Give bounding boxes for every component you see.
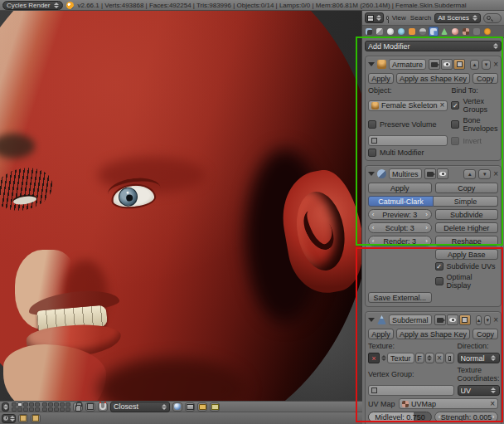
apply-as-shape-key-button[interactable]: Apply as Shape Key [396,329,470,339]
edit-mode-toggle[interactable] [453,59,465,70]
mode-selector-partial[interactable] [2,402,9,412]
armature-object-field[interactable]: Female Skeleton [368,100,448,111]
layer-cell[interactable] [42,402,47,407]
layer-cell[interactable] [35,407,40,412]
collapse-arrow-icon[interactable] [368,172,375,176]
uv-map-field[interactable]: UVMap [399,398,498,409]
increment-icon[interactable] [424,236,430,246]
texture-coordinates-dropdown[interactable]: UV [458,385,500,396]
opengl-anim-button[interactable] [210,402,220,412]
move-modifier-up-button[interactable] [470,60,479,70]
editor-type-selector[interactable] [365,12,384,23]
strength-slider[interactable]: Strength: 0.005 [434,412,498,422]
move-modifier-down-button[interactable] [478,169,491,179]
clear-uv-map-icon[interactable] [490,400,495,408]
unlink-texture-button[interactable] [435,353,444,363]
delete-modifier-button[interactable] [493,316,498,324]
tab-particles[interactable] [472,27,482,37]
copy-button[interactable] [18,414,28,423]
layer-cell[interactable] [23,407,28,412]
apply-button[interactable]: Apply [368,329,394,339]
midlevel-slider[interactable]: Midlevel: 0.750 [368,412,432,422]
vertex-group-field[interactable] [368,385,454,396]
decrement-icon[interactable] [436,412,443,422]
preserve-volume-checkbox[interactable]: Preserve Volume [368,120,448,129]
sculpt-slider[interactable]: Sculpt: 3 [368,222,432,233]
tab-world[interactable] [396,27,406,37]
vertex-groups-checkbox[interactable]: Vertex Groups [451,97,498,114]
viewport-visibility-toggle[interactable] [441,59,453,70]
save-external-button[interactable]: Save External... [368,292,432,303]
layer-cell[interactable] [65,402,70,407]
collapse-arrow-icon[interactable] [368,318,375,322]
layer-cell[interactable] [17,407,22,412]
decrement-icon[interactable] [370,236,376,246]
tab-object[interactable] [407,27,417,37]
render-visibility-toggle[interactable] [429,59,440,70]
preview-slider[interactable]: Preview: 3 [368,209,432,220]
decrement-icon[interactable] [370,210,376,219]
layer-cell[interactable] [17,402,22,407]
tab-render[interactable] [364,27,374,37]
viewport-visibility-toggle[interactable] [447,314,458,325]
move-modifier-up-button[interactable] [463,169,476,179]
layer-cell[interactable] [54,402,59,407]
render-preview-button[interactable] [172,402,182,412]
modifier-name-field[interactable]: Subdermal [389,314,432,325]
apply-as-shape-key-button[interactable]: Apply as Shape Key [396,73,470,84]
tab-texture[interactable] [461,27,471,37]
subdivide-uvs-checkbox[interactable]: Subdivide UVs [435,262,499,270]
layer-cell[interactable] [54,407,59,412]
delete-modifier-button[interactable] [493,61,498,69]
move-modifier-down-button[interactable] [482,60,491,70]
increment-icon[interactable] [490,412,497,422]
collapse-arrow-icon[interactable] [368,62,375,66]
fake-user-button[interactable]: F [415,353,424,363]
invert-checkbox[interactable]: Invert [451,137,498,145]
pin-icon[interactable] [386,16,389,20]
layer-cell[interactable] [65,407,70,412]
render-engine-selector[interactable]: Cycles Render [2,1,63,10]
search-input[interactable] [483,13,502,23]
copy-button[interactable]: Copy [435,183,499,193]
render-visibility-toggle[interactable] [434,314,446,325]
multi-modifier-checkbox[interactable]: Multi Modifier [368,149,448,157]
scene-selector[interactable]: All Scenes [434,13,481,23]
apply-button[interactable]: Apply [368,183,432,193]
new-texture-button[interactable] [425,353,434,363]
snap-toggle-button[interactable] [98,402,108,412]
move-modifier-up-button[interactable] [476,315,482,325]
catmull-clark-button[interactable]: Catmull-Clark [368,196,434,207]
viewport-visibility-toggle[interactable] [437,168,448,179]
tab-modifiers[interactable] [429,27,439,37]
editor-type-selector[interactable] [2,414,16,423]
reshape-button[interactable]: Reshape [435,236,499,246]
layer-cell[interactable] [60,407,65,412]
apply-base-button[interactable]: Apply Base [435,249,499,260]
tab-constraints[interactable] [418,27,428,37]
viewport-3d[interactable] [0,11,362,401]
increment-icon[interactable] [424,210,430,219]
show-texture-button[interactable] [445,353,454,363]
modifier-name-field[interactable]: Multires [389,168,422,179]
layer-cell[interactable] [48,402,53,407]
direction-dropdown[interactable]: Normal [458,353,500,363]
decrement-icon[interactable] [370,223,376,232]
optimal-display-checkbox[interactable]: Optimal Display [435,273,499,290]
layer-cell[interactable] [29,407,34,412]
bone-envelopes-checkbox[interactable]: Bone Envelopes [451,116,498,133]
menu-view[interactable]: View [391,14,407,22]
edit-mode-toggle[interactable] [459,314,471,325]
layer-cell[interactable] [23,402,28,407]
layer-cell[interactable] [60,402,65,407]
delete-higher-button[interactable]: Delete Higher [435,222,499,233]
layer-cell[interactable] [48,407,53,412]
move-modifier-down-button[interactable] [484,315,491,325]
pivot-button[interactable] [85,402,95,412]
apply-button[interactable]: Apply [368,73,394,84]
snap-mode-dropdown[interactable]: Closest [110,402,170,412]
tab-object-data[interactable] [439,27,449,37]
subdivide-button[interactable]: Subdivide [435,209,499,220]
opengl-render-button[interactable] [197,402,207,412]
texture-name-field[interactable]: Textur [387,353,414,363]
